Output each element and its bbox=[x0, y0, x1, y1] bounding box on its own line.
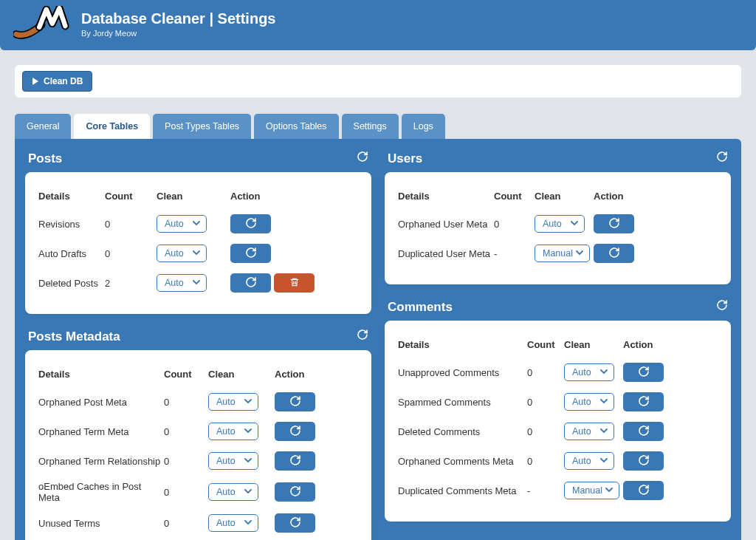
tab-general[interactable]: General bbox=[15, 114, 71, 139]
clean-mode-select[interactable]: Manual bbox=[535, 245, 590, 262]
panel-card: DetailsCountCleanActionRevisions0AutoAut… bbox=[25, 172, 371, 314]
clean-mode-select[interactable]: Auto bbox=[564, 423, 614, 440]
run-action-button[interactable] bbox=[275, 482, 315, 502]
chevron-down-icon bbox=[597, 426, 608, 437]
panel-card: DetailsCountCleanActionOrphaned User Met… bbox=[385, 172, 731, 284]
clean-mode-select[interactable]: Auto bbox=[157, 215, 207, 233]
refresh-icon bbox=[608, 217, 620, 231]
run-action-button[interactable] bbox=[594, 214, 634, 233]
tab-settings[interactable]: Settings bbox=[342, 114, 399, 139]
run-action-button[interactable] bbox=[623, 451, 664, 471]
chevron-down-icon bbox=[597, 397, 608, 407]
row-label: Auto Drafts bbox=[38, 248, 105, 259]
table-row: Orphaned User Meta0Auto bbox=[398, 209, 718, 239]
table-row: oEmbed Caches in Post Meta0Auto bbox=[38, 476, 358, 508]
clean-mode-select[interactable]: Auto bbox=[535, 215, 585, 233]
refresh-icon[interactable] bbox=[357, 329, 368, 344]
row-count: 0 bbox=[527, 367, 564, 378]
refresh-icon bbox=[638, 484, 650, 498]
row-label: Unapproved Comments bbox=[398, 367, 527, 378]
run-action-button[interactable] bbox=[230, 244, 271, 263]
panel-title-text: Comments bbox=[388, 300, 453, 315]
run-action-button[interactable] bbox=[275, 422, 315, 441]
tab-logs[interactable]: Logs bbox=[402, 114, 445, 139]
refresh-icon bbox=[638, 454, 650, 468]
run-action-button[interactable] bbox=[594, 244, 634, 263]
run-action-button[interactable] bbox=[623, 422, 664, 441]
select-value: Manual bbox=[572, 485, 602, 496]
clean-mode-select[interactable]: Auto bbox=[157, 245, 207, 262]
panel-posts: PostsDetailsCountCleanActionRevisions0Au… bbox=[25, 149, 371, 314]
table-row: Unapproved Comments0Auto bbox=[398, 358, 718, 387]
clean-mode-select[interactable]: Manual bbox=[564, 482, 619, 499]
clean-mode-select[interactable]: Auto bbox=[564, 363, 614, 381]
trash-button[interactable] bbox=[274, 273, 315, 293]
left-column: PostsDetailsCountCleanActionRevisions0Au… bbox=[25, 149, 371, 540]
clean-mode-select[interactable]: Auto bbox=[208, 483, 258, 501]
run-action-button[interactable] bbox=[230, 273, 271, 293]
run-action-button[interactable] bbox=[623, 481, 664, 500]
row-count: 0 bbox=[164, 518, 208, 529]
select-value: Auto bbox=[572, 456, 591, 466]
row-count: 0 bbox=[164, 456, 208, 467]
select-value: Manual bbox=[543, 248, 573, 259]
col-clean: Clean bbox=[208, 369, 275, 380]
col-count: Count bbox=[527, 339, 564, 350]
panel-title-text: Users bbox=[388, 151, 422, 166]
col-details: Details bbox=[398, 339, 527, 350]
clean-mode-select[interactable]: Auto bbox=[208, 452, 258, 470]
clean-mode-select[interactable]: Auto bbox=[208, 423, 258, 440]
clean-mode-select[interactable]: Auto bbox=[564, 393, 614, 411]
row-count: 0 bbox=[527, 426, 564, 437]
run-action-button[interactable] bbox=[275, 513, 315, 533]
panel-title-text: Posts bbox=[28, 151, 62, 166]
row-label: Deleted Comments bbox=[398, 426, 527, 437]
row-count: 0 bbox=[164, 487, 208, 498]
tab-post-types-tables[interactable]: Post Types Tables bbox=[153, 114, 251, 139]
run-action-button[interactable] bbox=[275, 392, 315, 411]
clean-mode-select[interactable]: Auto bbox=[208, 393, 258, 411]
table-row: Orphaned Comments Meta0Auto bbox=[398, 446, 718, 476]
refresh-icon[interactable] bbox=[716, 299, 728, 315]
run-action-button[interactable] bbox=[623, 392, 664, 411]
clean-mode-select[interactable]: Auto bbox=[157, 274, 207, 292]
select-value: Auto bbox=[572, 367, 591, 377]
row-label: Spammed Comments bbox=[398, 397, 527, 408]
main-content: PostsDetailsCountCleanActionRevisions0Au… bbox=[15, 139, 741, 540]
clean-mode-select[interactable]: Auto bbox=[564, 452, 614, 470]
col-clean: Clean bbox=[535, 191, 594, 202]
col-details: Details bbox=[398, 191, 494, 202]
row-label: Orphaned Comments Meta bbox=[398, 456, 527, 467]
chevron-down-icon bbox=[568, 219, 578, 229]
row-label: Deleted Posts bbox=[38, 278, 105, 289]
play-icon bbox=[32, 78, 39, 85]
table-row: Deleted Comments0Auto bbox=[398, 417, 718, 446]
clean-mode-select[interactable]: Auto bbox=[208, 514, 258, 532]
chevron-down-icon bbox=[602, 485, 613, 496]
refresh-icon bbox=[289, 454, 301, 468]
run-action-button[interactable] bbox=[230, 214, 271, 233]
refresh-icon[interactable] bbox=[357, 151, 368, 166]
tab-bar: General Core Tables Post Types Tables Op… bbox=[15, 114, 741, 139]
row-count: 0 bbox=[164, 426, 208, 437]
row-label: Duplicated User Meta bbox=[398, 248, 494, 259]
tab-options-tables[interactable]: Options Tables bbox=[254, 114, 338, 139]
col-clean: Clean bbox=[157, 191, 230, 202]
clean-db-button[interactable]: Clean DB bbox=[22, 71, 92, 92]
table-row: Orphaned Term Relationship0Auto bbox=[38, 446, 358, 476]
chevron-down-icon bbox=[597, 367, 608, 377]
refresh-icon[interactable] bbox=[716, 151, 728, 166]
run-action-button[interactable] bbox=[623, 363, 664, 382]
refresh-icon bbox=[638, 395, 650, 409]
row-label: Orphaned Term Meta bbox=[38, 426, 164, 437]
row-count: 0 bbox=[105, 219, 157, 230]
col-action: Action bbox=[594, 191, 718, 202]
col-action: Action bbox=[275, 369, 358, 380]
row-label: Unused Terms bbox=[38, 518, 164, 529]
refresh-icon bbox=[608, 247, 620, 261]
tab-core-tables[interactable]: Core Tables bbox=[74, 114, 150, 139]
row-count: 0 bbox=[105, 248, 157, 259]
select-value: Auto bbox=[216, 518, 236, 528]
run-action-button[interactable] bbox=[275, 451, 315, 471]
select-value: Auto bbox=[165, 248, 184, 259]
